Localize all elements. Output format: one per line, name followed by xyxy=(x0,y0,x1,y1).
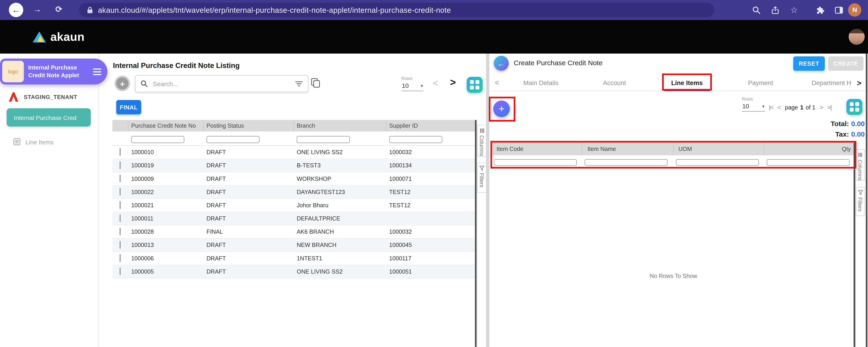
tabs-scroll-left[interactable]: < xyxy=(495,75,499,91)
layout-grid-button[interactable] xyxy=(846,99,862,115)
create-button[interactable]: CREATE xyxy=(828,56,863,71)
table-row[interactable]: 1000005 DRAFT ONE LIVING SS2 1000051 xyxy=(112,265,476,278)
column-header[interactable]: Item Code xyxy=(492,142,582,155)
row-checkbox[interactable] xyxy=(120,162,121,169)
table-row[interactable]: 1000006 DRAFT 1NTEST1 1000117 xyxy=(112,252,476,265)
prev-page-button[interactable]: < xyxy=(433,78,438,89)
column-header[interactable]: UOM xyxy=(674,142,764,155)
columns-icon xyxy=(480,128,484,133)
table-row[interactable]: 1000019 DRAFT B-TEST3 1000134 xyxy=(112,159,476,172)
table-row[interactable]: 1000010 DRAFT ONE LIVING SS2 1000032 xyxy=(112,146,476,159)
final-status-button[interactable]: FINAL xyxy=(116,100,141,114)
row-checkbox[interactable] xyxy=(120,201,121,209)
cell-credit-note-no: 1000021 xyxy=(128,199,204,212)
column-header[interactable]: Purchase Credit Note No xyxy=(128,120,204,132)
tabs-scroll-right[interactable]: > xyxy=(857,75,861,91)
funnel-icon xyxy=(479,166,485,171)
cell-supplier-id: 1000134 xyxy=(386,159,476,172)
next-page-button[interactable]: > xyxy=(450,77,456,89)
row-checkbox[interactable] xyxy=(120,214,121,222)
table-row[interactable]: 1000021 DRAFT Johor Bharu TEST12 xyxy=(112,199,476,212)
column-header[interactable]: Qty xyxy=(764,142,855,155)
column-header[interactable]: Branch xyxy=(294,120,386,132)
browser-reload-button[interactable]: ⟳ xyxy=(55,4,62,14)
tab-line-items[interactable]: Line Items xyxy=(667,75,707,91)
share-icon[interactable] xyxy=(771,5,780,14)
search-input[interactable] xyxy=(152,80,291,88)
rows-label: Rows xyxy=(742,97,765,102)
sidebar-item-tenant[interactable]: STAGING_TENANT xyxy=(9,92,78,102)
row-checkbox[interactable] xyxy=(120,228,121,236)
column-header[interactable]: Item Name xyxy=(582,142,673,155)
copy-view-icon[interactable] xyxy=(310,78,320,88)
filter-input-credit-note-no[interactable] xyxy=(131,136,184,143)
sidebar-item-module[interactable]: Internal Purchase Cred xyxy=(7,108,91,127)
add-record-button[interactable]: + xyxy=(115,76,130,91)
user-avatar[interactable] xyxy=(848,29,865,45)
filter-input-supplier-id[interactable] xyxy=(389,136,442,143)
table-row[interactable]: 1000011 DRAFT DEFAULTPRICE xyxy=(112,212,476,225)
last-page-button[interactable]: >| xyxy=(827,104,831,111)
cell-supplier-id: 1000032 xyxy=(386,146,476,159)
row-checkbox[interactable] xyxy=(120,254,121,262)
filter-input-posting-status[interactable] xyxy=(206,136,259,143)
row-checkbox[interactable] xyxy=(120,241,121,249)
back-button[interactable]: ← xyxy=(494,56,509,71)
filter-input-item-name[interactable] xyxy=(585,159,668,166)
tab-payment[interactable]: Payment xyxy=(746,75,776,91)
column-header[interactable]: Posting Status xyxy=(204,120,294,132)
filters-tool-tab[interactable]: Filters xyxy=(856,187,865,216)
sidebar-item-applet[interactable]: logo Internal Purchase Credit Note Apple… xyxy=(0,59,107,84)
search-icon[interactable] xyxy=(752,5,761,14)
sidebar-item-line-items[interactable]: Line Items xyxy=(13,138,54,145)
cell-posting-status: DRAFT xyxy=(204,172,294,185)
prev-page-button[interactable]: < xyxy=(778,104,781,111)
add-line-item-button[interactable]: + xyxy=(493,101,510,117)
tab-main-details[interactable]: Main Details xyxy=(521,75,561,91)
page-scrollbar[interactable] xyxy=(866,54,867,347)
browser-forward-button[interactable]: → xyxy=(33,4,41,14)
row-checkbox[interactable] xyxy=(120,268,121,275)
filter-input-item-code[interactable] xyxy=(494,159,577,166)
table-row[interactable]: 1000013 DRAFT NEW BRANCH 1000045 xyxy=(112,239,476,252)
rows-per-page-select[interactable]: 10▾ xyxy=(401,81,424,91)
panel-divider xyxy=(486,54,490,347)
filter-input-uom[interactable] xyxy=(676,159,758,166)
table-row[interactable]: 1000022 DRAFT DAYANGTEST123 TEST12 xyxy=(112,185,476,199)
akaun-logo[interactable]: akaun xyxy=(33,30,85,43)
columns-tool-tab[interactable]: Columns xyxy=(856,149,865,180)
menu-collapse-icon[interactable] xyxy=(93,68,101,75)
table-scrollbar[interactable] xyxy=(475,120,476,347)
table-scrollbar[interactable] xyxy=(854,142,855,347)
filter-list-icon[interactable] xyxy=(295,81,303,86)
url-text: akaun.cloud/#/applets/tnt/wavelet/erp/in… xyxy=(98,6,451,14)
columns-tool-tab[interactable]: Columns xyxy=(477,125,487,157)
browser-back-button[interactable]: ← xyxy=(9,3,23,17)
column-header[interactable]: Supplier ID xyxy=(386,120,476,132)
row-checkbox[interactable] xyxy=(120,188,121,196)
side-panel-icon[interactable] xyxy=(834,5,844,14)
cell-posting-status: DRAFT xyxy=(204,159,294,172)
akaun-logo-icon xyxy=(33,31,46,42)
bookmark-star-icon[interactable]: ☆ xyxy=(789,5,799,14)
tab-account[interactable]: Account xyxy=(600,75,629,91)
tab-department-handling[interactable]: Department H xyxy=(808,75,855,91)
table-row[interactable]: 1000009 DRAFT WORKSHOP 1000071 xyxy=(112,172,476,185)
filter-input-branch[interactable] xyxy=(297,136,350,143)
next-page-button[interactable]: > xyxy=(820,104,823,111)
first-page-button[interactable]: |< xyxy=(769,104,773,111)
browser-profile-avatar[interactable]: N xyxy=(848,3,861,16)
row-checkbox[interactable] xyxy=(120,148,121,156)
table-filter-row xyxy=(112,132,476,146)
total-value: 0.00 xyxy=(851,120,865,128)
filters-tool-tab[interactable]: Filters xyxy=(477,163,487,193)
filter-input-qty[interactable] xyxy=(767,159,850,166)
row-checkbox[interactable] xyxy=(120,175,121,182)
rows-per-page-select[interactable]: 10▾ xyxy=(742,102,765,112)
layout-grid-button[interactable] xyxy=(467,77,483,93)
reset-button[interactable]: RESET xyxy=(793,56,825,71)
extensions-puzzle-icon[interactable] xyxy=(815,5,825,14)
address-bar[interactable]: akaun.cloud/#/applets/tnt/wavelet/erp/in… xyxy=(79,3,714,17)
table-row[interactable]: 1000028 FINAL AK6 BRANCH 1000032 xyxy=(112,225,476,239)
columns-icon xyxy=(858,152,862,157)
